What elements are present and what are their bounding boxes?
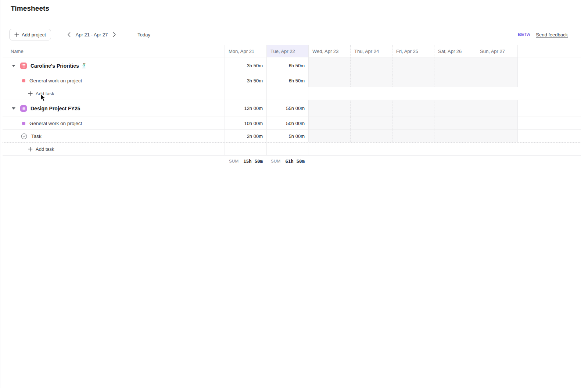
task-name-cell: General work on project — [3, 74, 225, 87]
time-cell-tue[interactable]: 6h 50m — [266, 57, 308, 74]
plus-icon — [28, 147, 33, 152]
header-filler — [518, 45, 581, 57]
time-cell-sun-empty[interactable] — [476, 57, 518, 74]
time-cell-wed-empty[interactable] — [308, 130, 350, 142]
plus-icon — [14, 32, 19, 37]
task-name-cell: General work on project — [3, 117, 225, 129]
task-name[interactable]: Task — [31, 134, 42, 139]
task-name-cell: Task — [3, 130, 225, 142]
sum-row: SUM 15h 50m SUM 61h 50m — [3, 156, 581, 167]
next-week-button[interactable] — [111, 31, 118, 39]
time-cell-fri-empty[interactable] — [392, 100, 434, 117]
day-header-fri: Fri, Apr 25 — [392, 45, 434, 57]
send-feedback-link[interactable]: Send feedback — [536, 32, 568, 38]
time-value: 2h 00m — [247, 134, 263, 139]
time-cell-thu-empty[interactable] — [350, 100, 392, 117]
task-color-swatch-icon — [22, 79, 25, 82]
time-cell-tue[interactable]: 6h 50m — [266, 74, 308, 87]
add-task-cell: Add task — [3, 143, 225, 155]
time-cell-mon[interactable]: 10h 00m — [225, 117, 266, 129]
time-cell-wed-empty[interactable] — [308, 100, 350, 117]
time-cell-thu-empty[interactable] — [350, 130, 392, 142]
toolbar: Add project Apr 21 - Apr 27 Today BETA S… — [0, 24, 588, 45]
time-cell-mon[interactable]: 12h 00m — [225, 100, 266, 117]
time-cell-tue[interactable]: 55h 00m — [266, 100, 308, 117]
time-cell-fri-empty[interactable] — [392, 130, 434, 142]
add-project-button[interactable]: Add project — [9, 29, 51, 40]
row-filler — [518, 74, 581, 87]
task-name[interactable]: General work on project — [29, 121, 82, 126]
row-filler — [308, 143, 581, 155]
add-task-row: Add task — [3, 87, 581, 100]
project-list-icon — [20, 105, 27, 112]
time-cell-mon[interactable]: 2h 00m — [225, 130, 266, 142]
sum-value-mon: 15h 50m — [243, 159, 263, 164]
project-name-cell: Caroline's Priorities 🕺 — [3, 57, 225, 74]
sum-label: SUM — [229, 159, 239, 163]
prev-week-button[interactable] — [65, 31, 73, 39]
task-row-general-work: General work on project 10h 00m 50h 00m — [3, 117, 581, 130]
time-cell-sat-empty[interactable] — [434, 100, 476, 117]
sum-label: SUM — [271, 159, 280, 163]
time-value: 3h 50m — [247, 78, 263, 83]
time-cell-fri-empty[interactable] — [392, 117, 434, 129]
row-filler — [518, 130, 581, 142]
time-cell-sat-empty[interactable] — [434, 57, 476, 74]
beta-badge: BETA — [518, 32, 531, 37]
time-cell-mon[interactable]: 3h 50m — [225, 74, 266, 87]
add-task-cell: Add task — [3, 87, 225, 100]
task-row-general-work: General work on project 3h 50m 6h 50m — [3, 74, 581, 87]
time-cell-thu-empty[interactable] — [350, 117, 392, 129]
time-cell-sat-empty[interactable] — [434, 130, 476, 142]
time-cell-thu-empty[interactable] — [350, 57, 392, 74]
collapse-chevron-icon[interactable] — [12, 65, 15, 67]
task-color-swatch-icon — [22, 122, 25, 125]
day-header-tue-highlighted: Tue, Apr 22 — [266, 45, 308, 57]
add-task-button[interactable]: Add task — [28, 146, 54, 152]
time-cell-tue[interactable]: 5h 00m — [266, 130, 308, 142]
time-cell-wed-empty[interactable] — [308, 117, 350, 129]
project-name[interactable]: Caroline's Priorities — [31, 63, 79, 69]
time-cell-sun-empty[interactable] — [476, 117, 518, 129]
time-value: 10h 00m — [244, 121, 263, 126]
blank-cell — [266, 87, 308, 100]
time-value: 5h 00m — [289, 134, 305, 139]
time-cell-sun-empty[interactable] — [476, 74, 518, 87]
time-cell-sat-empty[interactable] — [434, 117, 476, 129]
time-cell-mon[interactable]: 3h 50m — [225, 57, 266, 74]
time-value: 50h 00m — [286, 121, 305, 126]
time-cell-thu-empty[interactable] — [350, 74, 392, 87]
time-cell-fri-empty[interactable] — [392, 74, 434, 87]
time-cell-sat-empty[interactable] — [434, 74, 476, 87]
time-cell-wed-empty[interactable] — [308, 57, 350, 74]
sum-spacer — [3, 156, 225, 167]
blank-cell — [266, 143, 308, 155]
time-cell-sun-empty[interactable] — [476, 130, 518, 142]
project-name-cell: Design Project FY25 — [3, 100, 225, 117]
add-project-label: Add project — [22, 32, 46, 38]
row-filler — [308, 156, 581, 167]
add-task-button[interactable]: Add task — [28, 91, 54, 96]
add-task-row: Add task — [3, 143, 581, 156]
week-navigator: Apr 21 - Apr 27 — [65, 31, 118, 39]
check-circle-icon[interactable] — [21, 133, 27, 139]
time-cell-wed-empty[interactable] — [308, 74, 350, 87]
title-bar: Timesheets — [0, 0, 588, 24]
grid-header-row: Name Mon, Apr 21 Tue, Apr 22 Wed, Apr 23… — [3, 45, 581, 57]
date-range-label[interactable]: Apr 21 - Apr 27 — [76, 32, 108, 38]
name-column-header: Name — [3, 45, 225, 57]
project-name[interactable]: Design Project FY25 — [31, 106, 80, 111]
day-header-sat: Sat, Apr 26 — [434, 45, 476, 57]
collapse-chevron-icon[interactable] — [12, 107, 15, 110]
task-name[interactable]: General work on project — [29, 78, 82, 83]
row-filler — [518, 57, 581, 74]
sum-value-tue: 61h 50m — [285, 159, 305, 164]
time-cell-tue[interactable]: 50h 00m — [266, 117, 308, 129]
project-row-design-project-fy25: Design Project FY25 12h 00m 55h 00m — [3, 100, 581, 117]
project-list-icon — [20, 63, 27, 69]
today-button[interactable]: Today — [135, 32, 153, 38]
time-cell-sun-empty[interactable] — [476, 100, 518, 117]
chevron-left-icon — [67, 32, 71, 37]
time-cell-fri-empty[interactable] — [392, 57, 434, 74]
time-value: 3h 50m — [247, 63, 263, 68]
